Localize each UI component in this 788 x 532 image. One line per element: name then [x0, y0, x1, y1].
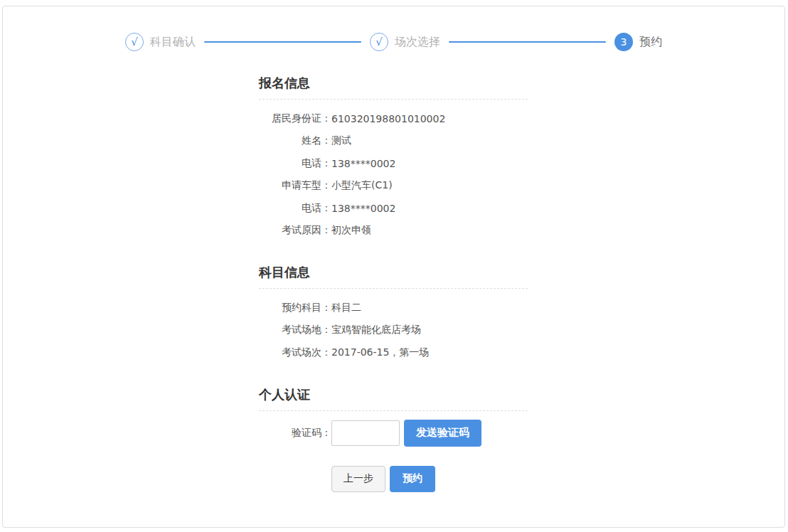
row-label: 电话： — [259, 157, 331, 170]
bottom-actions: 上一步 预约 — [259, 466, 528, 492]
row-value: 138****0002 — [331, 158, 528, 169]
step-subject-confirm: √ 科目确认 — [125, 33, 196, 51]
row-value: 测试 — [331, 134, 528, 147]
previous-step-button[interactable]: 上一步 — [331, 466, 385, 492]
info-row: 电话： 138****0002 — [259, 197, 528, 220]
row-value: 小型汽车(C1) — [331, 179, 528, 192]
step-booking: 3 预约 — [614, 33, 662, 51]
info-row: 电话： 138****0002 — [259, 152, 528, 175]
row-value: 科目二 — [331, 302, 528, 314]
info-row: 预约科目： 科目二 — [259, 297, 528, 319]
row-label: 考试原因： — [259, 224, 331, 237]
step-label: 预约 — [639, 35, 662, 50]
row-label: 预约科目： — [259, 302, 331, 314]
step-number-badge: 3 — [614, 33, 633, 51]
send-code-button[interactable]: 发送验证码 — [404, 420, 481, 447]
step-indicator: √ 科目确认 √ 场次选择 3 预约 — [125, 32, 662, 52]
row-label: 考试场次： — [259, 346, 331, 359]
section-title: 报名信息 — [259, 76, 528, 100]
info-row: 考试场地： 宝鸡智能化底店考场 — [259, 319, 528, 342]
info-row: 姓名： 测试 — [259, 130, 528, 153]
row-value: 2017-06-15，第一场 — [331, 346, 528, 359]
verification-code-label: 验证码： — [259, 427, 331, 440]
section-title: 个人认证 — [259, 388, 528, 411]
subject-rows: 预约科目： 科目二 考试场地： 宝鸡智能化底店考场 考试场次： 2017-06-… — [259, 289, 528, 364]
section-registration-info: 报名信息 居民身份证： 610320198801010002 姓名： 测试 电话… — [259, 76, 528, 242]
step-label: 场次选择 — [395, 35, 440, 50]
verification-code-input[interactable] — [331, 420, 400, 446]
row-label: 申请车型： — [259, 179, 331, 192]
info-row: 居民身份证： 610320198801010002 — [259, 107, 528, 130]
row-label: 居民身份证： — [259, 112, 331, 125]
row-label: 姓名： — [259, 134, 331, 147]
section-subject-info: 科目信息 预约科目： 科目二 考试场地： 宝鸡智能化底店考场 考试场次： 201… — [259, 265, 528, 364]
row-label: 考试场地： — [259, 324, 331, 336]
info-row: 考试场次： 2017-06-15，第一场 — [259, 341, 528, 364]
info-row: 申请车型： 小型汽车(C1) — [259, 175, 528, 198]
row-value: 宝鸡智能化底店考场 — [331, 324, 528, 336]
booking-card: √ 科目确认 √ 场次选择 3 预约 报名信息 居民身份证： 610320198… — [2, 6, 785, 528]
verification-row: 验证码： 发送验证码 — [259, 420, 528, 447]
section-title: 科目信息 — [259, 265, 528, 289]
section-personal-verification: 个人认证 验证码： 发送验证码 — [259, 388, 528, 447]
row-label: 电话： — [259, 202, 331, 215]
info-row: 考试原因： 初次申领 — [259, 220, 528, 243]
main-content: 报名信息 居民身份证： 610320198801010002 姓名： 测试 电话… — [259, 76, 528, 492]
row-value: 138****0002 — [331, 203, 528, 214]
check-icon: √ — [370, 33, 388, 51]
row-value: 初次申领 — [331, 224, 528, 237]
registration-rows: 居民身份证： 610320198801010002 姓名： 测试 电话： 138… — [259, 100, 528, 242]
step-session-select: √ 场次选择 — [370, 33, 440, 51]
step-label: 科目确认 — [150, 35, 196, 50]
step-connector-line — [449, 41, 606, 43]
step-connector-line — [204, 41, 361, 43]
check-icon: √ — [125, 33, 144, 51]
book-button[interactable]: 预约 — [390, 466, 435, 492]
row-value: 610320198801010002 — [331, 113, 528, 124]
